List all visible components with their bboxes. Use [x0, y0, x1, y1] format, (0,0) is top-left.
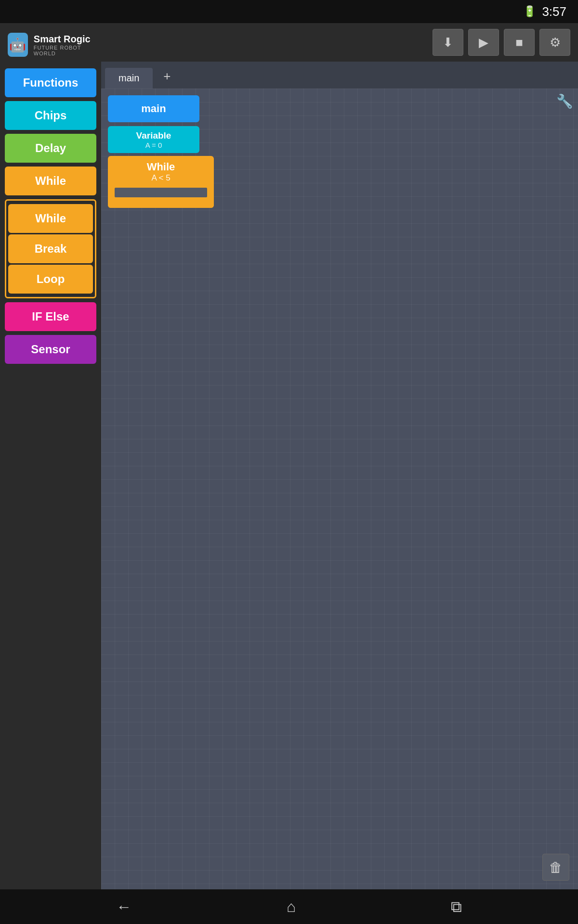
back-button[interactable]: ←	[116, 898, 131, 916]
break-button[interactable]: Break	[8, 234, 93, 263]
while-group: While Break Loop	[5, 199, 96, 298]
status-time: 3:57	[542, 4, 566, 19]
block-while-header: While A < 5	[108, 156, 214, 188]
block-while-footer	[108, 197, 214, 208]
battery-icon: 🔋	[523, 5, 536, 18]
logo-sub: FUTURE ROBOT WORLD	[34, 45, 93, 56]
logo-icon: 🤖	[8, 33, 28, 57]
recent-button[interactable]: ⧉	[451, 898, 462, 916]
sensor-button[interactable]: Sensor	[5, 335, 96, 364]
sidebar: 🤖 Smart Rogic FUTURE ROBOT WORLD Functio…	[0, 23, 101, 889]
settings-icon: ⚙	[550, 35, 561, 50]
loop-button[interactable]: Loop	[8, 265, 93, 294]
block-main-label: main	[141, 103, 166, 115]
while-button-1[interactable]: While	[5, 167, 96, 195]
block-while[interactable]: While A < 5	[108, 156, 214, 208]
trash-icon: 🗑	[549, 860, 563, 875]
nav-bar: ← ⌂ ⧉	[0, 889, 578, 924]
block-while-condition: A < 5	[151, 173, 170, 183]
canvas-area[interactable]: 🔧 main Variable A = 0 While A < 5	[101, 89, 578, 889]
block-while-title: While	[147, 161, 175, 173]
main-layout: 🤖 Smart Rogic FUTURE ROBOT WORLD Functio…	[0, 23, 578, 889]
chips-button[interactable]: Chips	[5, 101, 96, 130]
block-variable-label: Variable	[136, 130, 171, 141]
settings-button[interactable]: ⚙	[539, 29, 570, 56]
content-area: ⬇ ▶ ■ ⚙ main + 🔧 main	[101, 23, 578, 889]
stop-icon: ■	[515, 35, 523, 50]
home-button[interactable]: ⌂	[287, 898, 296, 916]
delay-button[interactable]: Delay	[5, 134, 96, 163]
tab-main[interactable]: main	[105, 68, 153, 89]
tab-add-button[interactable]: +	[155, 64, 179, 89]
block-variable[interactable]: Variable A = 0	[108, 126, 199, 153]
tabs-bar: main +	[101, 62, 578, 89]
while-button-2[interactable]: While	[8, 204, 93, 233]
download-button[interactable]: ⬇	[433, 29, 463, 56]
logo-area: 🤖 Smart Rogic FUTURE ROBOT WORLD	[0, 23, 101, 66]
play-button[interactable]: ▶	[468, 29, 499, 56]
block-variable-sub: A = 0	[145, 141, 162, 149]
logo-name: Smart Rogic	[34, 33, 93, 45]
robot-icon: 🤖	[9, 37, 26, 53]
toolbar: ⬇ ▶ ■ ⚙	[101, 23, 578, 62]
status-bar: 🔋 3:57	[0, 0, 578, 23]
download-icon: ⬇	[443, 35, 453, 50]
trash-button[interactable]: 🗑	[542, 854, 569, 881]
functions-button[interactable]: Functions	[5, 68, 96, 97]
block-while-body	[115, 188, 207, 197]
block-main[interactable]: main	[108, 95, 199, 122]
stop-button[interactable]: ■	[504, 29, 535, 56]
ifelse-button[interactable]: IF Else	[5, 302, 96, 331]
wrench-icon[interactable]: 🔧	[556, 93, 573, 109]
logo-text: Smart Rogic FUTURE ROBOT WORLD	[34, 33, 93, 56]
play-icon: ▶	[479, 35, 488, 50]
